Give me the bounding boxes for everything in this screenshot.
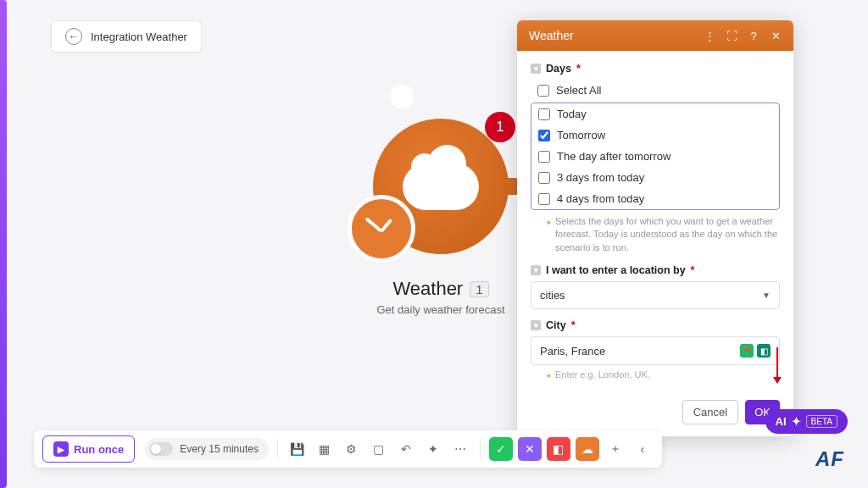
ai-label: AI <box>776 415 787 428</box>
days-hint-text: Selects the days for which you want to g… <box>555 215 778 254</box>
module-green-icon[interactable]: ✓ <box>489 437 513 461</box>
location-by-select[interactable]: cities ▼ <box>531 281 780 309</box>
node-badge: 1 <box>485 112 515 142</box>
expand-icon[interactable]: ⛶ <box>726 30 737 42</box>
days-label: Days <box>546 63 571 75</box>
days-hint: ⬥ Selects the days for which you want to… <box>531 210 780 254</box>
select-all-row[interactable]: Select All <box>531 80 780 101</box>
module-weather-icon[interactable]: ☁ <box>576 437 599 461</box>
close-icon[interactable]: ✕ <box>770 30 782 42</box>
days-label-row: ▾ Days * <box>531 63 780 75</box>
day-checkbox[interactable] <box>538 193 550 205</box>
day-checkbox[interactable] <box>538 108 550 120</box>
undo-icon[interactable]: ↶ <box>395 438 417 460</box>
schedule-toggle[interactable] <box>149 442 173 456</box>
city-value: Paris, France <box>540 345 605 358</box>
location-by-label: I want to enter a location by <box>546 264 686 276</box>
day-option[interactable]: Today <box>531 103 779 125</box>
toolbar-divider <box>277 439 278 459</box>
breadcrumb-label: Integration Weather <box>91 30 187 43</box>
day-checkbox[interactable] <box>538 151 550 163</box>
data-source-icon[interactable]: ◧ <box>757 344 771 358</box>
run-label: Run once <box>74 443 124 456</box>
node-title: Weather <box>392 278 463 300</box>
day-option-label: The day after tomorrow <box>557 150 670 163</box>
magic-icon[interactable]: ✦ <box>422 438 444 460</box>
collapse-icon[interactable]: ▾ <box>531 320 541 330</box>
day-option[interactable]: The day after tomorrow <box>531 146 779 167</box>
layout-icon[interactable]: ▦ <box>314 438 336 460</box>
day-option-label: 4 days from today <box>557 192 644 205</box>
required-mark: * <box>576 63 581 75</box>
panel-body: ▾ Days * Select All Today Tomorrow <box>517 51 793 400</box>
day-option-label: Today <box>557 108 587 120</box>
bottom-toolbar: ▶ Run once Every 15 minutes 💾 ▦ ⚙ ▢ ↶ ✦ … <box>34 430 662 468</box>
location-pin-icon[interactable]: 📍 <box>740 344 754 358</box>
left-accent-bar <box>0 0 7 488</box>
chevron-down-icon: ▼ <box>762 291 771 300</box>
cloud-icon <box>403 164 479 210</box>
field-location-by: ▾ I want to enter a location by * cities… <box>531 264 780 309</box>
city-label-row: ▾ City * <box>531 319 780 331</box>
panel-header: Weather ⋮ ⛶ ? ✕ <box>517 20 793 51</box>
day-option[interactable]: 3 days from today <box>531 167 779 188</box>
day-checkbox[interactable] <box>538 130 550 141</box>
field-city: ▾ City * Paris, France 📍 ◧ ⬥ Enter e.g. … <box>531 319 780 380</box>
annotation-arrow <box>776 347 778 383</box>
city-input-tags: 📍 ◧ <box>740 344 771 358</box>
schedule-pill[interactable]: Every 15 minutes <box>145 438 269 460</box>
node-title-row: Weather 1 <box>373 278 509 300</box>
add-module-icon[interactable]: ＋ <box>604 438 626 460</box>
location-by-value: cities <box>540 289 565 302</box>
field-days: ▾ Days * Select All Today Tomorrow <box>531 63 780 254</box>
play-icon: ▶ <box>53 441 69 457</box>
more-icon[interactable]: ⋮ <box>704 30 715 42</box>
notes-icon[interactable]: ▢ <box>368 438 390 460</box>
select-all-label: Select All <box>556 84 601 97</box>
day-option[interactable]: Tomorrow <box>531 125 779 146</box>
required-mark: * <box>571 319 576 331</box>
breadcrumb[interactable]: ← Integration Weather <box>51 20 202 53</box>
collapse-icon[interactable]: ▾ <box>531 265 541 275</box>
city-hint-text: Enter e.g. London, UK. <box>555 369 650 380</box>
day-option[interactable]: 4 days from today <box>531 188 779 209</box>
cancel-button[interactable]: Cancel <box>682 400 738 424</box>
day-checkbox[interactable] <box>538 172 550 184</box>
settings-icon[interactable]: ⚙ <box>341 438 363 460</box>
ai-assist-button[interactable]: AI ✦ BETA <box>765 409 848 434</box>
node-subtitle: Get daily weather forecast <box>373 303 509 316</box>
toolbar-divider <box>480 439 481 459</box>
sparkle-icon: ✦ <box>792 415 801 428</box>
more-icon[interactable]: ⋯ <box>449 438 471 460</box>
panel-title: Weather <box>529 29 574 42</box>
bulb-icon: ⬥ <box>546 215 552 254</box>
scenario-node[interactable]: 1 Weather 1 Get daily weather forecast <box>373 119 509 316</box>
day-option-label: 3 days from today <box>557 171 644 184</box>
required-mark: * <box>691 264 695 276</box>
panel-header-actions: ⋮ ⛶ ? ✕ <box>704 30 782 42</box>
sun-icon <box>390 85 414 108</box>
help-icon[interactable]: ? <box>748 30 760 42</box>
location-by-label-row: ▾ I want to enter a location by * <box>531 264 780 276</box>
af-logo: AF <box>815 447 844 471</box>
city-label: City <box>546 319 566 331</box>
city-input[interactable]: Paris, France 📍 ◧ <box>531 336 780 365</box>
run-once-button[interactable]: ▶ Run once <box>42 435 135 463</box>
node-icon-circle[interactable]: 1 <box>373 119 509 254</box>
collapse-toolbar-icon[interactable]: ‹ <box>632 438 654 460</box>
beta-badge: BETA <box>806 415 837 428</box>
days-options-group: Today Tomorrow The day after tomorrow 3 … <box>531 103 780 210</box>
module-tools-icon[interactable]: ✕ <box>518 437 542 461</box>
save-icon[interactable]: 💾 <box>287 438 309 460</box>
schedule-label: Every 15 minutes <box>180 443 259 455</box>
config-panel: Weather ⋮ ⛶ ? ✕ ▾ Days * Select All Toda… <box>517 20 793 436</box>
module-red-icon[interactable]: ◧ <box>547 437 570 461</box>
bulb-icon: ⬥ <box>546 369 552 380</box>
day-option-label: Tomorrow <box>557 129 605 141</box>
clock-icon[interactable] <box>348 195 415 263</box>
back-arrow-icon[interactable]: ← <box>65 28 82 45</box>
city-hint: ⬥ Enter e.g. London, UK. <box>531 365 780 380</box>
collapse-icon[interactable]: ▾ <box>531 64 541 74</box>
select-all-checkbox[interactable] <box>537 85 549 97</box>
node-count: 1 <box>470 281 488 297</box>
